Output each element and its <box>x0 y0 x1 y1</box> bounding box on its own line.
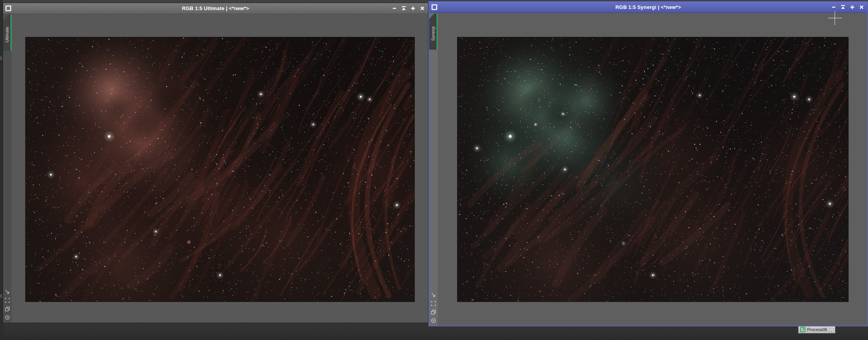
center-view-button[interactable] <box>5 314 10 320</box>
window-title-ultimate: RGB 1:5 Ultimate | <*new*> <box>3 5 428 11</box>
tab-label: Synergi <box>431 23 435 41</box>
astro-image-ultimate[interactable] <box>25 37 415 302</box>
side-tools <box>3 289 12 320</box>
process-label: Process06 <box>807 327 827 332</box>
minus-icon <box>831 5 836 10</box>
close-icon <box>859 5 864 10</box>
shade-button[interactable] <box>840 4 846 10</box>
iconize-button[interactable] <box>391 5 398 12</box>
side-strip-synergi: Synergi <box>429 13 438 326</box>
window-controls <box>830 4 865 10</box>
side-tools <box>429 292 438 323</box>
close-button[interactable] <box>858 4 865 10</box>
titlebar-ultimate[interactable]: RGB 1:5 Ultimate | <*new*> <box>3 3 428 14</box>
iconized-process-badge[interactable]: Process06 p <box>798 326 835 333</box>
close-button[interactable] <box>419 5 426 12</box>
fit-view-button[interactable] <box>431 300 437 306</box>
shade-icon <box>401 6 406 11</box>
side-strip-ultimate: Ultimate <box>3 14 12 323</box>
process-type-letter: p <box>830 328 833 333</box>
zoom-button[interactable] <box>410 5 416 12</box>
duplicate-view-icon <box>5 306 10 312</box>
image-identifier-tab-ultimate[interactable]: Ultimate <box>3 15 12 51</box>
center-view-icon <box>5 315 10 320</box>
fit-view-icon <box>5 298 10 303</box>
left-dock-edge[interactable] <box>0 0 3 340</box>
shrink-to-fit-icon <box>5 289 10 295</box>
duplicate-view-icon <box>431 309 436 315</box>
tab-label: Ultimate <box>5 23 9 42</box>
fit-view-button[interactable] <box>5 297 10 303</box>
crosshair-cursor <box>828 11 842 25</box>
process-icon <box>800 327 806 332</box>
window-mask-icon[interactable] <box>5 5 11 11</box>
window-title-synergi: RGB 1:5 Synergi | <*new*> <box>429 4 867 10</box>
shrink-to-fit-icon <box>431 292 436 298</box>
iconize-button[interactable] <box>830 4 837 10</box>
duplicate-view-button[interactable] <box>431 309 437 315</box>
minus-icon <box>392 6 397 11</box>
shrink-to-fit-button[interactable] <box>431 292 437 298</box>
duplicate-view-button[interactable] <box>5 306 10 312</box>
astro-image-synergi[interactable] <box>457 37 849 302</box>
center-view-icon <box>431 318 436 323</box>
shade-button[interactable] <box>400 5 407 12</box>
plus-icon <box>411 6 416 11</box>
plus-icon <box>850 5 855 10</box>
titlebar-synergi[interactable]: RGB 1:5 Synergi | <*new*> <box>429 2 867 13</box>
image-window-synergi: RGB 1:5 Synergi | <*new*> Synergi <box>428 1 868 326</box>
zoom-button[interactable] <box>849 4 856 10</box>
center-view-button[interactable] <box>431 317 437 323</box>
window-controls <box>391 5 426 12</box>
window-mask-icon[interactable] <box>431 4 437 10</box>
image-window-ultimate: RGB 1:5 Ultimate | <*new*> Ultimate <box>3 3 428 323</box>
shrink-to-fit-button[interactable] <box>5 289 10 295</box>
close-icon <box>420 6 425 11</box>
fit-view-icon <box>431 301 436 306</box>
shade-icon <box>840 5 845 10</box>
image-identifier-tab-synergi[interactable]: Synergi <box>429 14 438 50</box>
